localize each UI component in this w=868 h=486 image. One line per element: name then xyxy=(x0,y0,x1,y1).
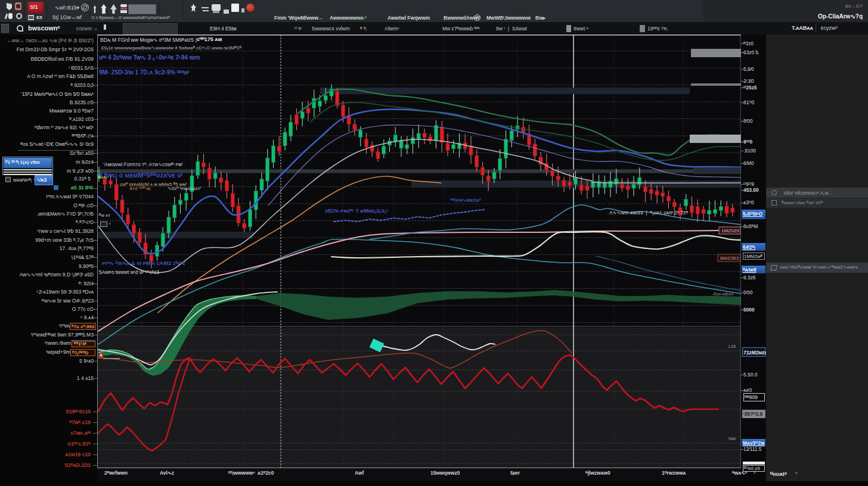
svg-text:Asw-wBw4: Asw-wBw4 xyxy=(713,292,733,296)
svg-text:L2A: L2A xyxy=(728,344,736,348)
svg-text:BMZ2B3: BMZ2B3 xyxy=(720,256,739,261)
svg-text:5A#: 5A# xyxy=(728,437,736,441)
svg-text:1MZ0Z9: 1MZ0Z9 xyxy=(721,228,739,233)
